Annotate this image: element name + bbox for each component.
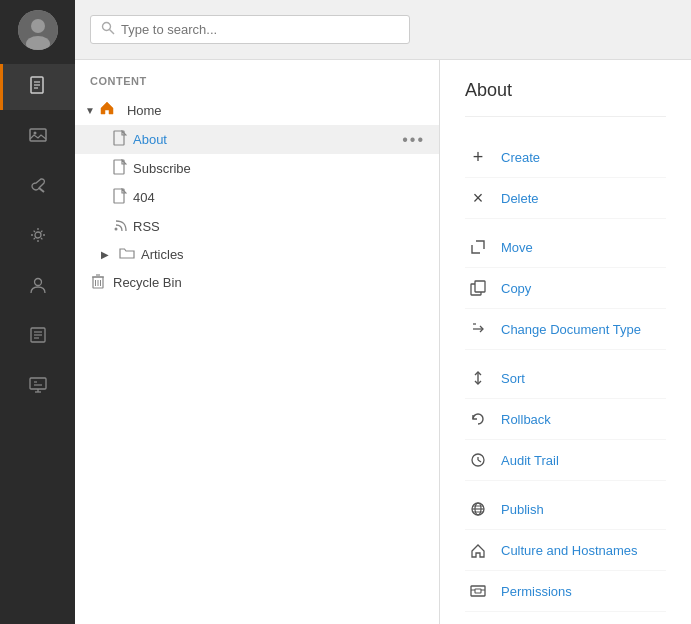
svg-point-26 — [115, 227, 118, 230]
svg-line-9 — [39, 188, 44, 192]
tree-item-subscribe[interactable]: Subscribe ••• — [75, 154, 439, 183]
action-change-doc-type[interactable]: Change Document Type — [465, 309, 666, 350]
plus-icon: + — [465, 144, 491, 170]
audit-label: Audit Trail — [501, 453, 559, 468]
document-icon — [28, 75, 48, 100]
gear-icon — [28, 225, 48, 250]
tree-item-recycle[interactable]: Recycle Bin — [75, 268, 439, 297]
search-icon — [101, 21, 115, 38]
svg-point-11 — [34, 278, 41, 285]
tree-item-home[interactable]: ▼ Home — [75, 95, 439, 125]
chevron-right-icon: ▶ — [101, 249, 115, 260]
create-label: Create — [501, 150, 540, 165]
permissions-icon — [465, 578, 491, 604]
move-icon — [465, 234, 491, 260]
tree-item-articles[interactable]: ▶ Articles ••• — [75, 240, 439, 268]
sidebar-item-settings[interactable] — [0, 214, 75, 260]
page-icon — [113, 130, 127, 149]
svg-rect-45 — [475, 589, 481, 593]
monitor-icon — [28, 375, 48, 400]
trash-icon — [91, 273, 105, 292]
svg-rect-44 — [471, 586, 485, 596]
search-box[interactable] — [90, 15, 410, 44]
avatar[interactable] — [18, 10, 58, 50]
panel-title: About — [465, 80, 666, 117]
home-label: Home — [127, 103, 162, 118]
topbar — [75, 0, 691, 60]
permissions-label: Permissions — [501, 584, 572, 599]
action-delete[interactable]: × Delete — [465, 178, 666, 219]
sidebar-item-forms[interactable] — [0, 314, 75, 360]
sidebar — [0, 0, 75, 624]
svg-point-8 — [33, 131, 36, 134]
globe-icon — [465, 496, 491, 522]
separator-4 — [465, 612, 666, 620]
action-copy[interactable]: Copy — [465, 268, 666, 309]
sidebar-item-content[interactable] — [0, 64, 75, 110]
action-rollback[interactable]: Rollback — [465, 399, 666, 440]
sidebar-item-wrench[interactable] — [0, 164, 75, 210]
action-create[interactable]: + Create — [465, 137, 666, 178]
wrench-icon — [28, 175, 48, 200]
tree-item-404[interactable]: 404 ••• — [75, 183, 439, 212]
folder-icon — [119, 246, 135, 263]
subscribe-label: Subscribe — [133, 161, 398, 176]
tree-item-about[interactable]: About ••• — [75, 125, 439, 154]
clock-icon — [465, 447, 491, 473]
svg-point-21 — [103, 23, 111, 31]
recycle-label: Recycle Bin — [113, 275, 429, 290]
rollback-icon — [465, 406, 491, 432]
main-area: CONTENT ▼ Home About — [75, 0, 691, 624]
action-culture-hostnames[interactable]: Culture and Hostnames — [465, 530, 666, 571]
rollback-label: Rollback — [501, 412, 551, 427]
svg-point-1 — [31, 19, 45, 33]
context-menu-dots[interactable]: ••• — [398, 131, 429, 149]
change-doc-icon — [465, 316, 491, 342]
sort-label: Sort — [501, 371, 525, 386]
svg-line-38 — [478, 460, 481, 462]
svg-rect-34 — [475, 281, 485, 292]
articles-label: Articles — [141, 247, 398, 262]
action-move[interactable]: Move — [465, 227, 666, 268]
action-publish[interactable]: Publish — [465, 489, 666, 530]
action-audit-trail[interactable]: Audit Trail — [465, 440, 666, 481]
sort-icon — [465, 365, 491, 391]
copy-icon — [465, 275, 491, 301]
about-label: About — [133, 132, 398, 147]
forms-icon — [28, 325, 48, 350]
actions-list: + Create × Delete Move — [465, 137, 666, 624]
publish-label: Publish — [501, 502, 544, 517]
home-icon — [99, 100, 115, 120]
separator-2 — [465, 350, 666, 358]
action-sort[interactable]: Sort — [465, 358, 666, 399]
delete-icon: × — [465, 185, 491, 211]
sidebar-item-packages[interactable] — [0, 364, 75, 410]
action-permissions[interactable]: Permissions — [465, 571, 666, 612]
culture-label: Culture and Hostnames — [501, 543, 638, 558]
tree-item-rss[interactable]: RSS ••• — [75, 212, 439, 240]
svg-rect-7 — [30, 129, 46, 141]
delete-label: Delete — [501, 191, 539, 206]
change-doc-label: Change Document Type — [501, 322, 641, 337]
separator-3 — [465, 481, 666, 489]
404-label: 404 — [133, 190, 398, 205]
content-area: CONTENT ▼ Home About — [75, 60, 691, 624]
sidebar-item-users[interactable] — [0, 264, 75, 310]
copy-label: Copy — [501, 281, 531, 296]
separator-1 — [465, 219, 666, 227]
page-icon — [113, 188, 127, 207]
tree-panel: CONTENT ▼ Home About — [75, 60, 440, 624]
house-icon — [465, 537, 491, 563]
search-input[interactable] — [121, 22, 399, 37]
chevron-down-icon: ▼ — [85, 105, 95, 116]
rss-label: RSS — [133, 219, 398, 234]
svg-line-22 — [110, 30, 115, 35]
page-icon — [113, 159, 127, 178]
sidebar-item-media[interactable] — [0, 114, 75, 160]
svg-point-10 — [35, 232, 41, 238]
section-label: CONTENT — [75, 75, 439, 95]
action-public-access[interactable]: Public access — [465, 620, 666, 624]
svg-rect-16 — [30, 378, 46, 389]
right-panel: About + Create × Delete — [440, 60, 691, 624]
media-icon — [28, 125, 48, 150]
